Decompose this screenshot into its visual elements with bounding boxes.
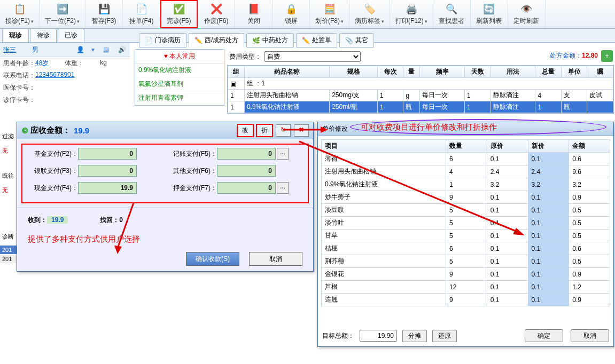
tab-label: 中药处方 [262,36,288,45]
none-label: 无 [0,144,16,158]
toolbar-关闭[interactable]: 📕关闭 [235,0,273,28]
rx-row[interactable]: 1注射用头孢曲松钠250mg/支1g每日一次1静脉滴注4支皮试 [228,90,613,101]
pay-field-input[interactable] [217,148,276,160]
tab-label: 门诊病历 [155,36,181,45]
price-row[interactable]: 0.9%氯化钠注射液13.23.23.2 [322,178,610,191]
toolbar-打印(F12)[interactable]: 🖨️打印(F12)▾ [390,0,433,28]
toolbar-label: 完诊(F5) [167,17,191,26]
close-button[interactable]: ✖ [294,124,309,137]
confirm-payment-button[interactable]: 确认收款(S) [186,252,239,266]
fav-title: ♥ 本人常用 [135,50,224,64]
toolbar-icon: ✅ [173,3,185,15]
sub-tab-处置单[interactable]: ✏️处置单 [296,33,337,48]
modify-button[interactable]: 改 [237,124,253,137]
tab-icon: ✏️ [194,37,203,44]
toolbar-锁屏[interactable]: 🔒锁屏 [273,0,310,28]
toolbar-下一位(F2)[interactable]: ➡️下一位(F2)▾ [40,0,85,28]
pay-field-input[interactable] [78,148,137,160]
pay-field-input[interactable] [78,182,137,194]
toolbar-完诊(F5)[interactable]: ✅完诊(F5) [160,0,198,28]
price-row[interactable]: 甘草50.10.10.5 [322,230,610,242]
card-label: 医保卡号： [3,83,35,92]
phone-value[interactable]: 12345678901 [35,71,74,80]
pay-field-label: 其他支付(F6)： [164,167,217,176]
fav-item[interactable]: 0.9%氯化钠注射液 [135,64,224,77]
refresh-button[interactable]: ↻ [276,124,291,137]
toolbar-label: 查找患者 [439,17,464,26]
ok-button[interactable]: 确定 [525,329,563,342]
price-row[interactable]: 炒牛蒡子90.10.10.9 [322,191,610,204]
toolbar-暂存(F3)[interactable]: 💾暂存(F3) [85,0,123,28]
rx-row[interactable]: 10.9%氯化钠注射液250ml/瓶1瓶每日一次1静脉滴注1瓶 [228,101,613,113]
price-row[interactable]: 荆芥穗50.10.10.5 [322,255,610,268]
price-row[interactable]: 连翘90.10.10.9 [322,294,610,306]
add-button[interactable]: + [601,50,613,62]
pay-field-label: 银联支付(F3)： [25,167,78,176]
rx-amount-label: 处方金额： [550,52,582,59]
cancel-payment-button[interactable]: 取消 [249,252,302,266]
price-row[interactable]: 薄荷60.10.10.6 [322,153,610,165]
rx-cell: 瓶 [403,101,420,113]
rx-header: 组 [228,66,245,78]
restore-button[interactable]: 还原 [432,330,457,342]
toolbar-定时刷新[interactable]: 👁️定时刷新 [508,0,546,28]
price-header: 项目 [322,140,446,153]
sub-tab-门诊病历[interactable]: 📄门诊病历 [139,33,186,48]
sub-tab-中药处方[interactable]: 🌿中药处方 [246,33,294,48]
toolbar-label: 下一位(F2)▾ [45,17,80,26]
person-icon[interactable]: 👤 [75,45,85,54]
toolbar-病历标签[interactable]: 🏷️病历标签▾ [349,0,390,28]
target-input[interactable] [360,330,397,342]
toolbar-查找患者[interactable]: 🔍查找患者 [433,0,471,28]
rx-header: 每次 [377,66,403,78]
split-button[interactable]: 分摊 [402,330,427,342]
rx-cell: 皮试 [587,90,613,101]
toolbar-icon: 💾 [98,3,111,15]
cancel-button[interactable]: 取消 [571,329,609,342]
age-value[interactable]: 48岁 [35,59,49,68]
tab-label: 处置单 [312,36,331,45]
toolbar-刷新列表[interactable]: 🔄刷新列表 [471,0,508,28]
toolbar-icon: ❌ [210,3,223,15]
toolbar-挂单(F4)[interactable]: 📄挂单(F4) [123,0,160,28]
fav-item[interactable]: 注射用青霉素钾 [135,91,224,105]
fav-item[interactable]: 氧氟沙星滴耳剂 [135,77,224,91]
toolbar-label: 划价(F8)▾ [315,17,344,26]
fee-type-select[interactable]: 自费 [264,51,361,62]
pay-field-input[interactable] [217,182,276,194]
pay-field-label: 现金支付(F4)： [25,184,78,193]
pay-field-input[interactable] [217,165,276,177]
more-button[interactable]: ... [277,148,289,160]
rx-cell: 瓶 [561,101,587,113]
price-row[interactable]: 淡豆豉50.10.10.5 [322,204,610,217]
toolbar-作废(F6)[interactable]: ❌作废(F6) [198,0,235,28]
rx-header: 规格 [330,66,378,78]
rx-cell: 1 [377,90,403,101]
toolbar-label: 挂单(F4) [129,17,154,26]
main-tab-已诊[interactable]: 已诊 [58,28,84,42]
main-tab-现诊[interactable]: 现诊 [2,28,29,42]
dropdown-icon[interactable]: ▾ [91,46,95,53]
price-row[interactable]: 注射用头孢曲松钠42.42.49.6 [322,165,610,178]
group-toggle[interactable]: ▣ [228,78,245,90]
main-tab-待诊[interactable]: 待诊 [30,28,57,42]
price-row[interactable]: 金银花90.10.10.9 [322,268,610,281]
rx-cell: 1 [535,101,562,113]
discount-button[interactable]: 折 [256,124,273,137]
rx-header: 嘱 [587,66,613,78]
pay-field-input[interactable] [78,165,137,177]
card-icon[interactable]: ▤ [101,45,111,54]
patient-name[interactable]: 张三 [3,45,16,54]
toolbar-icon: 📋 [13,3,26,15]
toolbar-接诊(F1)[interactable]: 📋接诊(F1)▾ [0,0,40,28]
price-row[interactable]: 芦根120.10.11.2 [322,281,610,294]
toolbar-划价(F8)[interactable]: 🧮划价(F8)▾ [310,0,349,28]
price-row[interactable]: 淡竹叶50.10.10.5 [322,217,610,230]
sub-tab-西/成药处方[interactable]: ✏️西/成药处方 [189,33,244,48]
price-row[interactable]: 桔梗60.10.10.6 [322,242,610,255]
sub-tab-其它[interactable]: 📎其它 [339,33,374,48]
rx-cell: g [403,90,420,101]
change-value: 0 [119,216,123,224]
sound-icon[interactable]: 🔊 [117,45,127,54]
more-button[interactable]: ... [277,182,289,194]
